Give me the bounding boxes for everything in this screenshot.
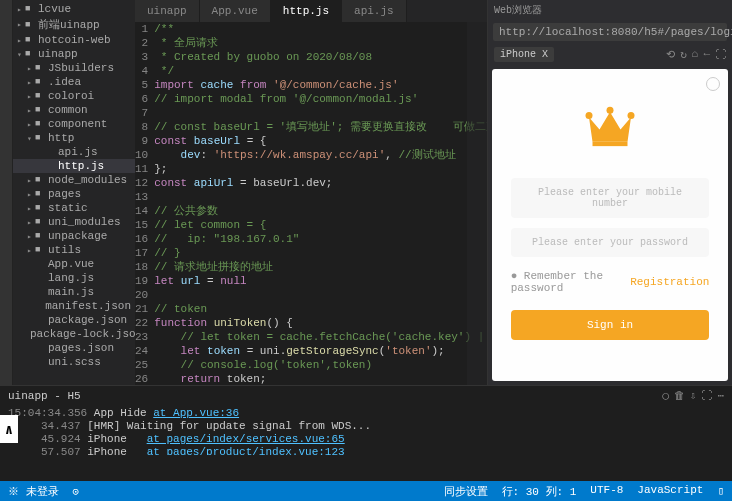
line-gutter: 1234567891011121314151617181920212223242…: [135, 22, 154, 385]
tree-item-main-js[interactable]: main.js: [13, 285, 135, 299]
preview-url[interactable]: http://localhost:8080/h5#/pages/login/lo…: [493, 23, 727, 41]
tree-item-pages[interactable]: ▸■pages: [13, 187, 135, 201]
console-line: 34.437 [HMR] Waiting for update signal f…: [8, 420, 724, 433]
tree-item-uinapp[interactable]: ▾■uinapp: [13, 47, 135, 61]
tree-item-uni-scss[interactable]: uni.scss: [13, 355, 135, 369]
tab-api-js[interactable]: api.js: [342, 0, 407, 22]
terminal-panel: uinapp - H5 ◯ 🗑 ⇩ ⛶ ⋯ 15:04:34.356 App H…: [0, 385, 732, 455]
tree-item-api-js[interactable]: api.js: [13, 145, 135, 159]
device-selector[interactable]: iPhone X: [494, 47, 554, 62]
code-content[interactable]: /** * 全局请求 * Created by guobo on 2020/08…: [154, 22, 487, 385]
console-expand-icon[interactable]: ⛶: [701, 389, 712, 402]
tab-uinapp[interactable]: uinapp: [135, 0, 200, 22]
console-stop-icon[interactable]: ◯: [662, 389, 669, 402]
editor-area: uinappApp.vuehttp.jsapi.js 1234567891011…: [135, 0, 487, 385]
home-icon[interactable]: ⌂: [692, 48, 699, 61]
phone-preview: Please enter your mobile number Please e…: [492, 69, 728, 381]
rotate-icon[interactable]: ⟲: [666, 48, 675, 61]
status-login[interactable]: ※ 未登录: [8, 484, 59, 499]
tree-item-manifest-json[interactable]: manifest.json: [13, 299, 135, 313]
svg-point-2: [628, 112, 635, 119]
svg-point-1: [607, 107, 614, 114]
status-sync[interactable]: 同步设置: [444, 484, 488, 499]
tree-item-App-vue[interactable]: App.vue: [13, 257, 135, 271]
tree-item-pages-json[interactable]: pages.json: [13, 341, 135, 355]
console-project[interactable]: uinapp - H5: [8, 390, 81, 402]
collapse-button[interactable]: ∧: [0, 415, 18, 443]
refresh-icon[interactable]: ↻: [680, 48, 687, 61]
status-position[interactable]: 行: 30 列: 1: [502, 484, 577, 499]
tree-item-utils[interactable]: ▸■utils: [13, 243, 135, 257]
password-input[interactable]: Please enter your password: [511, 228, 710, 257]
console-lock-icon[interactable]: ⇩: [690, 389, 697, 402]
tree-item-coloroi[interactable]: ▸■coloroi: [13, 89, 135, 103]
tree-item-unpackage[interactable]: ▸■unpackage: [13, 229, 135, 243]
tree-item-node_modules[interactable]: ▸■node_modules: [13, 173, 135, 187]
tree-item-component[interactable]: ▸■component: [13, 117, 135, 131]
console-more-icon[interactable]: ⋯: [717, 389, 724, 402]
console-link[interactable]: at pages/product/index.vue:123: [147, 446, 345, 455]
tree-item-static[interactable]: ▸■static: [13, 201, 135, 215]
registration-link[interactable]: Registration: [630, 276, 709, 288]
tree-item-lcvue[interactable]: ▸■lcvue: [13, 2, 135, 16]
status-indicator: ⊙: [73, 485, 80, 498]
tree-item-http-js[interactable]: http.js: [13, 159, 135, 173]
console-trash-icon[interactable]: 🗑: [674, 389, 685, 402]
console-line: 57.507 iPhone at pages/product/index.vue…: [8, 446, 724, 455]
console-line: 45.924 iPhone at pages/index/services.vu…: [8, 433, 724, 446]
tree-item-package-json[interactable]: package.json: [13, 313, 135, 327]
tree-item-common[interactable]: ▸■common: [13, 103, 135, 117]
tree-item--uinapp[interactable]: ▸■前端uinapp: [13, 16, 135, 33]
remember-checkbox[interactable]: ● Remember the password: [511, 270, 631, 294]
minimap[interactable]: [467, 22, 487, 385]
status-bell-icon[interactable]: ▯: [717, 484, 724, 499]
status-bar: ※ 未登录 ⊙ 同步设置 行: 30 列: 1 UTF-8 JavaScript…: [0, 481, 732, 501]
svg-point-0: [586, 112, 593, 119]
tree-item-uni_modules[interactable]: ▸■uni_modules: [13, 215, 135, 229]
tree-item-package-lock-json[interactable]: package-lock.json: [13, 327, 135, 341]
tab-App-vue[interactable]: App.vue: [200, 0, 271, 22]
tree-item-JSbuilders[interactable]: ▸■JSbuilders: [13, 61, 135, 75]
console-line: 15:04:34.356 App Hide at App.vue:36: [8, 407, 724, 420]
preview-title: Web浏览器: [488, 0, 732, 20]
status-language[interactable]: JavaScript: [637, 484, 703, 499]
tab-http-js[interactable]: http.js: [271, 0, 342, 22]
expand-icon[interactable]: ⛶: [715, 48, 726, 61]
tree-item--idea[interactable]: ▸■.idea: [13, 75, 135, 89]
console-link[interactable]: at App.vue:36: [153, 407, 239, 419]
activity-bar[interactable]: [0, 0, 13, 385]
preview-panel: Web浏览器 http://localhost:8080/h5#/pages/l…: [487, 0, 732, 385]
editor-tabs: uinappApp.vuehttp.jsapi.js: [135, 0, 487, 22]
svg-rect-3: [593, 142, 628, 146]
status-encoding[interactable]: UTF-8: [590, 484, 623, 499]
tree-item-lang-js[interactable]: lang.js: [13, 271, 135, 285]
back-icon[interactable]: ←: [703, 48, 710, 61]
console-link[interactable]: at pages/index/services.vue:65: [147, 433, 345, 445]
crown-icon: [582, 103, 638, 149]
tree-item-http[interactable]: ▾■http: [13, 131, 135, 145]
signin-button[interactable]: Sign in: [511, 310, 710, 340]
page-refresh-icon[interactable]: [706, 77, 720, 91]
file-explorer: ▸■lcvue▸■前端uinapp▸■hotcoin-web▾■uinapp▸■…: [13, 0, 135, 385]
mobile-input[interactable]: Please enter your mobile number: [511, 178, 710, 218]
tree-item-hotcoin-web[interactable]: ▸■hotcoin-web: [13, 33, 135, 47]
